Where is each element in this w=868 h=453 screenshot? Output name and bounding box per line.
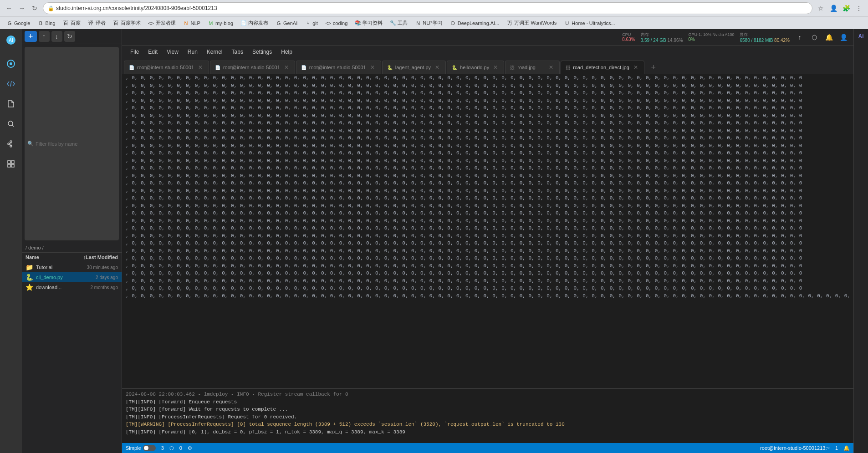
tab-road-jpg[interactable]: 🖼 road.jpg ✕ <box>505 61 560 74</box>
code-line: , 0, 0, 0, 0, 0, 0, 0, 0, 0, 0, 0, 0, 0,… <box>122 239 853 247</box>
toggle-control[interactable] <box>143 445 156 451</box>
activity-icon-files[interactable] <box>2 95 20 113</box>
sidebar-toolbar: + ↑ ↓ ↻ <box>22 29 122 44</box>
bookmark-fanyi[interactable]: 译译者 <box>85 19 108 27</box>
tab-road-detection[interactable]: 🖼 road_detection_direct.jpg ✕ <box>561 61 644 74</box>
bookmark-study[interactable]: 📚学习资料 <box>352 19 385 27</box>
ai-assistant-button[interactable]: Ai <box>856 31 867 42</box>
bookmark-devke[interactable]: <>开发者课 <box>145 19 179 27</box>
bookmark-genai[interactable]: GGenAI <box>273 19 300 27</box>
file-item-cli-demo[interactable]: 🐍 cli_demo.py 2 days ago <box>22 272 122 282</box>
menu-tabs[interactable]: Tabs <box>227 47 248 57</box>
upload-button[interactable]: ↑ <box>39 31 50 42</box>
code-line: , 0, 0, 0, 0, 0, 0, 0, 0, 0, 0, 0, 0, 0,… <box>122 112 853 120</box>
extensions-button[interactable]: 🧩 <box>841 3 852 14</box>
code-line: , 0, 0, 0, 0, 0, 0, 0, 0, 0, 0, 0, 0, 0,… <box>122 254 853 262</box>
bookmark-baiduxue[interactable]: 百百度学术 <box>110 19 143 27</box>
bookmark-button[interactable]: ☆ <box>815 3 826 14</box>
bookmark-deeplearning[interactable]: DDeepLearning.AI... <box>447 19 502 27</box>
menu-help[interactable]: Help <box>276 47 297 57</box>
forward-button[interactable]: → <box>16 3 27 14</box>
activity-icon-search[interactable] <box>2 115 20 133</box>
sidebar: + ↑ ↓ ↻ 🔍 / demo / Name ↑ Last Modified … <box>22 29 122 453</box>
bookmark-wantwords[interactable]: 万万词王 WantWords <box>504 19 559 27</box>
activity-icon-extensions[interactable] <box>2 155 20 173</box>
activity-icon-code[interactable] <box>2 75 20 93</box>
address-bar[interactable]: 🔒 studio.intern-ai.org.cn/console/trinit… <box>43 2 812 14</box>
bookmark-devke-icon: <> <box>148 20 154 26</box>
bookmark-google[interactable]: GGoogle <box>4 19 33 27</box>
tab-helloworld[interactable]: 🐍 helloworld.py ✕ <box>447 61 504 74</box>
bookmark-git[interactable]: ⑂git <box>302 19 321 27</box>
tab-lagent[interactable]: 🐍 lagent_agent.py ✕ <box>382 61 446 74</box>
menu-view[interactable]: View <box>162 47 183 57</box>
code-line: , 0, 0, 0, 0, 0, 0, 0, 0, 0, 0, 0, 0, 0,… <box>122 202 853 210</box>
simple-toggle[interactable]: Simple <box>126 445 156 451</box>
bookmark-deeplearning-icon: D <box>450 20 456 26</box>
activity-icon-git[interactable] <box>2 135 20 153</box>
reload-button[interactable]: ↻ <box>29 3 40 14</box>
bell-icon[interactable]: 🔔 <box>843 445 850 451</box>
menu-kernel[interactable]: Kernel <box>202 47 227 57</box>
cpu-monitor: CPU 8.63% <box>622 32 635 42</box>
tab-terminal-2-label: root@intern-studio-50001 <box>223 65 280 70</box>
bookmark-nlpstudy[interactable]: NNLP学习 <box>412 19 445 27</box>
bookmark-baidu[interactable]: 百百度 <box>60 19 83 27</box>
column-name-header[interactable]: Name <box>26 254 82 260</box>
file-name-tutorial: Tutorial <box>36 265 84 270</box>
tab-terminal-2[interactable]: 📄 root@intern-studio-50001 ✕ <box>210 61 295 74</box>
status-bar-right: root@intern-studio-50001213:~ 1 🔔 <box>760 445 850 451</box>
memory-label: 内存 <box>641 32 683 38</box>
tab-terminal-3[interactable]: 📄 root@intern-studio-50001 ✕ <box>296 61 381 74</box>
bookmark-ultralytics[interactable]: UHome · Ultralytics... <box>561 19 618 27</box>
file-item-tutorial[interactable]: 📁 Tutorial 30 minutes ago <box>22 262 122 272</box>
tab-terminal-2-close[interactable]: ✕ <box>283 64 290 71</box>
kernel-count: 3 <box>161 445 164 451</box>
vram-monitor: 显存 6580 / 8182 MiB 80.42% <box>740 32 790 43</box>
top-bar-actions: ↑ ⬡ 🔔 👤 <box>793 31 850 44</box>
tab-road-detection-close[interactable]: ✕ <box>632 64 639 71</box>
code-line: , 0, 0, 0, 0, 0, 0, 0, 0, 0, 0, 0, 0, 0,… <box>122 157 853 165</box>
share-icon-btn[interactable]: ⬡ <box>808 31 821 44</box>
svg-rect-9 <box>11 161 14 163</box>
tab-terminal-3-close[interactable]: ✕ <box>369 64 376 71</box>
user-avatar-btn[interactable]: 👤 <box>837 31 850 44</box>
menu-button[interactable]: ⋮ <box>853 3 864 14</box>
code-line: , 0, 0, 0, 0, 0, 0, 0, 0, 0, 0, 0, 0, 0,… <box>122 247 853 255</box>
file-item-download[interactable]: ⭐ download... 2 months ago <box>22 282 122 292</box>
upload-icon-btn[interactable]: ↑ <box>793 31 806 44</box>
tab-terminal-1[interactable]: 📄 root@intern-studio-50001 ✕ <box>124 61 209 74</box>
new-file-button[interactable]: + <box>25 31 37 42</box>
tab-helloworld-close[interactable]: ✕ <box>492 64 499 71</box>
activity-icon-circle[interactable] <box>2 55 20 73</box>
menu-settings[interactable]: Settings <box>248 47 276 57</box>
profile-button[interactable]: 👤 <box>828 3 839 14</box>
tab-lagent-close[interactable]: ✕ <box>434 64 441 71</box>
settings-icon[interactable]: ⚙ <box>188 445 192 451</box>
bookmark-coding[interactable]: <>coding <box>322 19 350 27</box>
code-line: , 0, 0, 0, 0, 0, 0, 0, 0, 0, 0, 0, 0, 0,… <box>122 224 853 232</box>
file-modified-download: 2 months ago <box>90 285 118 290</box>
menu-run[interactable]: Run <box>183 47 202 57</box>
tab-add-button[interactable]: + <box>647 61 660 74</box>
refresh-button[interactable]: ↻ <box>64 31 75 42</box>
download-button[interactable]: ↓ <box>51 31 62 42</box>
bookmark-bing[interactable]: BBing <box>35 19 58 27</box>
menu-edit[interactable]: Edit <box>143 47 162 57</box>
bookmark-nlp[interactable]: NNLP <box>180 19 203 27</box>
tab-terminal-1-close[interactable]: ✕ <box>197 64 204 71</box>
search-input[interactable] <box>36 141 116 147</box>
back-button[interactable]: ← <box>4 3 15 14</box>
notification-btn[interactable]: 🔔 <box>822 31 835 44</box>
tab-road-jpg-close[interactable]: ✕ <box>547 64 555 71</box>
bookmark-content[interactable]: 📄内容发布 <box>238 19 271 27</box>
code-line: , 0, 0, 0, 0, 0, 0, 0, 0, 0, 0, 0, 0, 0,… <box>122 262 853 270</box>
output-line: 2024-08-08 22:00:03.462 - lmdeploy - INF… <box>126 391 850 398</box>
editor-content[interactable]: , 0, 0, 0, 0, 0, 0, 0, 0, 0, 0, 0, 0, 0,… <box>122 74 853 388</box>
menu-file[interactable]: File <box>126 47 143 57</box>
output-line: [TM][WARNING] [ProcessInferRequests] [0]… <box>126 421 850 428</box>
bookmark-tools[interactable]: 🔧工具 <box>387 19 410 27</box>
tab-terminal-3-icon: 📄 <box>301 65 306 70</box>
bookmark-myblog[interactable]: Mmy-blog <box>205 19 236 27</box>
column-modified-header: Last Modified <box>86 254 118 260</box>
